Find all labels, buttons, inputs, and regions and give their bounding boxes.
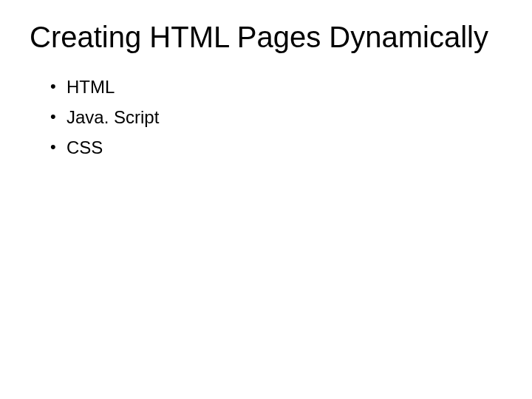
- slide-title: Creating HTML Pages Dynamically: [30, 21, 502, 54]
- bullet-text: HTML: [66, 77, 115, 97]
- list-item: HTML: [50, 75, 502, 100]
- bullet-text: CSS: [66, 137, 103, 157]
- bullet-list: HTML Java. Script CSS: [30, 75, 502, 160]
- list-item: CSS: [50, 135, 502, 161]
- slide: Creating HTML Pages Dynamically HTML Jav…: [0, 0, 532, 399]
- bullet-text: Java. Script: [66, 107, 159, 127]
- list-item: Java. Script: [50, 105, 502, 131]
